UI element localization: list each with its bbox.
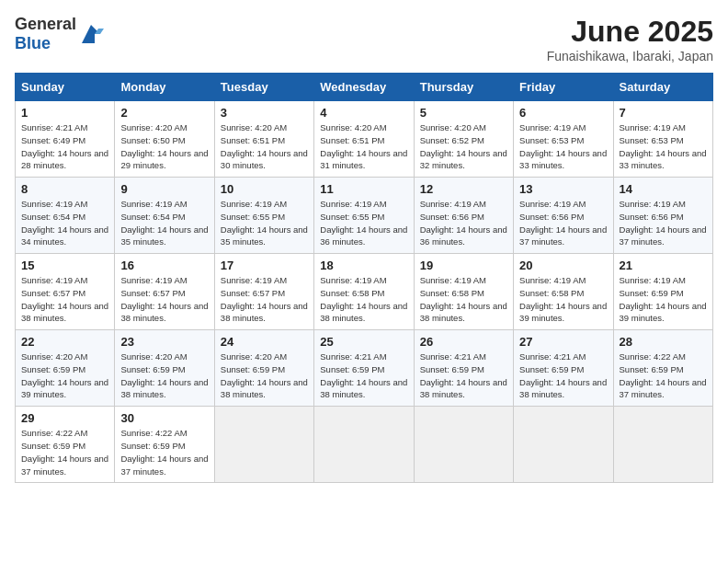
day-18: 18 Sunrise: 4:19 AMSunset: 6:58 PMDaylig…: [314, 254, 414, 330]
col-tuesday: Tuesday: [214, 74, 313, 101]
day-23: 23 Sunrise: 4:20 AMSunset: 6:59 PMDaylig…: [115, 330, 214, 407]
col-wednesday: Wednesday: [314, 74, 414, 101]
calendar-table: Sunday Monday Tuesday Wednesday Thursday…: [15, 73, 713, 483]
day-17: 17 Sunrise: 4:19 AMSunset: 6:57 PMDaylig…: [214, 254, 313, 330]
calendar-week-2: 8 Sunrise: 4:19 AMSunset: 6:54 PMDayligh…: [16, 178, 713, 254]
col-saturday: Saturday: [613, 74, 712, 101]
day-22: 22 Sunrise: 4:20 AMSunset: 6:59 PMDaylig…: [16, 330, 115, 407]
day-20: 20 Sunrise: 4:19 AMSunset: 6:58 PMDaylig…: [514, 254, 613, 330]
day-10: 10 Sunrise: 4:19 AMSunset: 6:55 PMDaylig…: [214, 178, 313, 254]
logo-blue: Blue: [15, 34, 51, 52]
col-monday: Monday: [115, 74, 214, 101]
day-19: 19 Sunrise: 4:19 AMSunset: 6:58 PMDaylig…: [414, 254, 513, 330]
day-26: 26 Sunrise: 4:21 AMSunset: 6:59 PMDaylig…: [414, 330, 513, 407]
col-thursday: Thursday: [414, 74, 513, 101]
calendar-week-5: 29 Sunrise: 4:22 AMSunset: 6:59 PMDaylig…: [16, 407, 713, 483]
month-title: June 2025: [547, 15, 713, 49]
col-friday: Friday: [514, 74, 613, 101]
day-24: 24 Sunrise: 4:20 AMSunset: 6:59 PMDaylig…: [214, 330, 313, 407]
page-header: General Blue June 2025 Funaishikawa, Iba…: [15, 15, 713, 63]
day-28: 28 Sunrise: 4:22 AMSunset: 6:59 PMDaylig…: [613, 330, 712, 407]
calendar-week-3: 15 Sunrise: 4:19 AMSunset: 6:57 PMDaylig…: [16, 254, 713, 330]
col-sunday: Sunday: [16, 74, 115, 101]
day-15: 15 Sunrise: 4:19 AMSunset: 6:57 PMDaylig…: [16, 254, 115, 330]
day-7: 7 Sunrise: 4:19 AMSunset: 6:53 PMDayligh…: [613, 101, 712, 178]
calendar-week-4: 22 Sunrise: 4:20 AMSunset: 6:59 PMDaylig…: [16, 330, 713, 407]
day-8: 8 Sunrise: 4:19 AMSunset: 6:54 PMDayligh…: [16, 178, 115, 254]
calendar-week-1: 1 Sunrise: 4:21 AMSunset: 6:49 PMDayligh…: [16, 101, 713, 178]
logo-icon: [78, 21, 104, 47]
day-4: 4 Sunrise: 4:20 AMSunset: 6:51 PMDayligh…: [314, 101, 414, 178]
day-14: 14 Sunrise: 4:19 AMSunset: 6:56 PMDaylig…: [613, 178, 712, 254]
day-6: 6 Sunrise: 4:19 AMSunset: 6:53 PMDayligh…: [514, 101, 613, 178]
day-1: 1 Sunrise: 4:21 AMSunset: 6:49 PMDayligh…: [16, 101, 115, 178]
logo: General Blue: [15, 15, 104, 53]
calendar-header-row: Sunday Monday Tuesday Wednesday Thursday…: [16, 74, 713, 101]
day-3: 3 Sunrise: 4:20 AMSunset: 6:51 PMDayligh…: [214, 101, 313, 178]
day-21: 21 Sunrise: 4:19 AMSunset: 6:59 PMDaylig…: [613, 254, 712, 330]
day-29: 29 Sunrise: 4:22 AMSunset: 6:59 PMDaylig…: [16, 407, 115, 483]
day-13: 13 Sunrise: 4:19 AMSunset: 6:56 PMDaylig…: [514, 178, 613, 254]
title-block: June 2025 Funaishikawa, Ibaraki, Japan: [547, 15, 713, 63]
day-16: 16 Sunrise: 4:19 AMSunset: 6:57 PMDaylig…: [115, 254, 214, 330]
day-9: 9 Sunrise: 4:19 AMSunset: 6:54 PMDayligh…: [115, 178, 214, 254]
empty-cell-4: [514, 407, 613, 483]
empty-cell-1: [214, 407, 313, 483]
empty-cell-2: [314, 407, 414, 483]
day-27: 27 Sunrise: 4:21 AMSunset: 6:59 PMDaylig…: [514, 330, 613, 407]
logo-general: General: [15, 15, 76, 33]
day-5: 5 Sunrise: 4:20 AMSunset: 6:52 PMDayligh…: [414, 101, 513, 178]
day-25: 25 Sunrise: 4:21 AMSunset: 6:59 PMDaylig…: [314, 330, 414, 407]
day-30: 30 Sunrise: 4:22 AMSunset: 6:59 PMDaylig…: [115, 407, 214, 483]
empty-cell-3: [414, 407, 513, 483]
day-12: 12 Sunrise: 4:19 AMSunset: 6:56 PMDaylig…: [414, 178, 513, 254]
day-11: 11 Sunrise: 4:19 AMSunset: 6:55 PMDaylig…: [314, 178, 414, 254]
empty-cell-5: [613, 407, 712, 483]
location: Funaishikawa, Ibaraki, Japan: [547, 49, 713, 63]
day-2: 2 Sunrise: 4:20 AMSunset: 6:50 PMDayligh…: [115, 101, 214, 178]
